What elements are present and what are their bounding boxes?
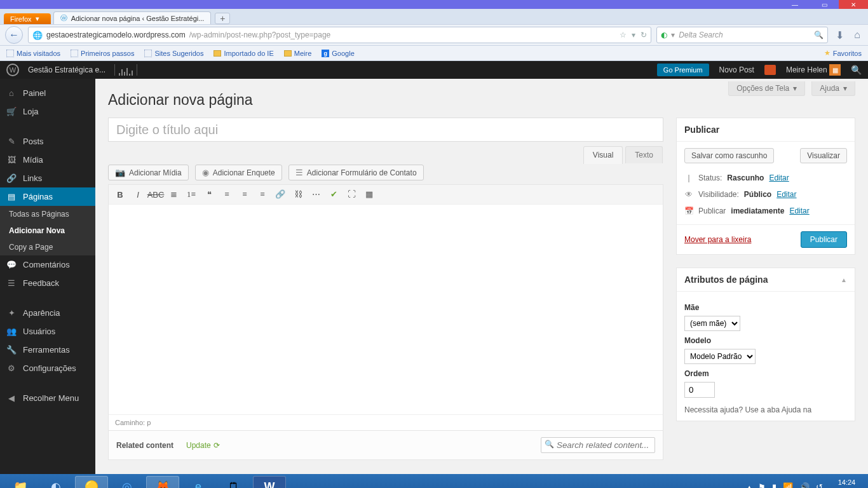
- window-maximize[interactable]: ▭: [810, 0, 839, 9]
- tray-volume-icon[interactable]: 🔊: [799, 482, 810, 489]
- notifications-icon[interactable]: [764, 65, 776, 75]
- search-icon[interactable]: 🔍: [814, 30, 824, 39]
- sidebar-sub-copy-page[interactable]: Copy a Page: [0, 239, 95, 255]
- help-tab[interactable]: Ajuda▾: [811, 81, 855, 96]
- adminbar-stats-icon[interactable]: [114, 64, 137, 76]
- page-attributes-heading[interactable]: Atributos de página▲: [677, 268, 855, 292]
- spellcheck-button[interactable]: ✔: [326, 187, 341, 201]
- reload-icon[interactable]: ↻: [641, 30, 647, 39]
- metabox-toggle-icon[interactable]: ▲: [841, 276, 847, 283]
- link-button[interactable]: 🔗: [273, 187, 288, 201]
- adminbar-search-icon[interactable]: 🔍: [851, 65, 862, 75]
- taskbar-word[interactable]: W: [253, 476, 286, 488]
- sidebar-item-aparencia[interactable]: ✦Aparência: [0, 304, 95, 322]
- sidebar-item-posts[interactable]: ✎Posts: [0, 132, 95, 151]
- more-button[interactable]: ⋯: [308, 187, 323, 201]
- sidebar-sub-add-new[interactable]: Adicionar Nova: [0, 222, 95, 239]
- taskbar-ie[interactable]: e: [182, 476, 215, 488]
- align-left-button[interactable]: ≡: [219, 187, 234, 201]
- kitchen-sink-button[interactable]: ▦: [362, 187, 377, 201]
- tray-up-icon[interactable]: ▴: [747, 482, 752, 489]
- edit-schedule-link[interactable]: Editar: [789, 207, 809, 215]
- dropdown-history-icon[interactable]: ▾: [632, 30, 635, 39]
- adminbar-user[interactable]: Meire Helen ▦: [786, 64, 841, 76]
- taskbar-app-blue[interactable]: ◎: [111, 476, 144, 488]
- tray-flag-icon[interactable]: ⚑: [758, 482, 766, 489]
- sidebar-collapse[interactable]: ◀Recolher Menu: [0, 389, 95, 407]
- editor-tab-visual[interactable]: Visual: [583, 146, 623, 164]
- editor-textarea[interactable]: [109, 205, 663, 414]
- firefox-menu-button[interactable]: Firefox▾: [4, 13, 51, 24]
- taskbar-explorer[interactable]: 📁: [4, 476, 37, 488]
- sidebar-item-comentarios[interactable]: 💬Comentários: [0, 255, 95, 274]
- new-tab-button[interactable]: +: [215, 13, 230, 24]
- sidebar-item-feedback[interactable]: ☰Feedback: [0, 274, 95, 292]
- sidebar-item-config[interactable]: ⚙Configurações: [0, 359, 95, 377]
- preview-button[interactable]: Visualizar: [800, 148, 847, 163]
- url-bar[interactable]: 🌐 gestaoestrategicamodelo.wordpress.com/…: [28, 27, 651, 43]
- sidebar-item-midia[interactable]: 🖼Mídia: [0, 151, 95, 169]
- tray-network-icon[interactable]: 📶: [783, 482, 793, 489]
- sidebar-sub-all-pages[interactable]: Todas as Páginas: [0, 206, 95, 222]
- bookmark-meire[interactable]: Meire: [284, 50, 312, 57]
- add-media-button[interactable]: 📷Adicionar Mídia: [108, 165, 189, 180]
- feed-icon[interactable]: ☆: [620, 30, 627, 39]
- taskbar-chrome[interactable]: 🟡: [75, 476, 108, 488]
- go-premium-button[interactable]: Go Premium: [657, 64, 709, 76]
- template-select[interactable]: Modelo Padrão: [684, 349, 756, 364]
- taskbar-sticky[interactable]: 🗒: [217, 476, 250, 488]
- add-contact-form-button[interactable]: ☰Adicionar Formulário de Contato: [288, 165, 424, 180]
- align-center-button[interactable]: ≡: [237, 187, 252, 201]
- italic-button[interactable]: I: [130, 187, 146, 201]
- bookmark-suggested[interactable]: Sites Sugeridos: [144, 50, 203, 57]
- back-button[interactable]: ←: [5, 26, 23, 44]
- sidebar-item-links[interactable]: 🔗Links: [0, 169, 95, 187]
- fullscreen-button[interactable]: ⛶: [344, 187, 359, 201]
- search-bar[interactable]: ◐ ▾ Delta Search 🔍: [656, 27, 828, 43]
- edit-visibility-link[interactable]: Editar: [776, 190, 796, 199]
- order-input[interactable]: [684, 382, 715, 398]
- parent-select[interactable]: (sem mãe): [684, 316, 740, 331]
- window-minimize[interactable]: —: [780, 0, 810, 9]
- tray-sync-icon[interactable]: ↺: [816, 482, 823, 489]
- browser-tab[interactable]: ⓦ Adicionar nova página ‹ Gestão Estraté…: [53, 11, 212, 24]
- post-title-input[interactable]: [108, 118, 663, 142]
- bookmark-favorites[interactable]: ★Favoritos: [824, 49, 862, 57]
- bookmark-most-visited[interactable]: Mais visitados: [6, 50, 60, 57]
- sidebar-item-usuarios[interactable]: 👥Usuários: [0, 322, 95, 341]
- search-dropdown-icon[interactable]: ▾: [671, 30, 675, 39]
- save-draft-button[interactable]: Salvar como rascunho: [684, 148, 774, 163]
- adminbar-site-name[interactable]: Gestão Estratégica e...: [28, 65, 105, 74]
- sidebar-item-paginas[interactable]: ▤Páginas: [0, 187, 95, 206]
- bookmark-imported[interactable]: Importado do IE: [214, 50, 273, 57]
- tray-battery-icon[interactable]: ▮: [772, 482, 776, 489]
- taskbar-app[interactable]: ◐: [39, 476, 72, 488]
- related-update-button[interactable]: Update⟳: [186, 441, 220, 450]
- editor-tab-text[interactable]: Texto: [625, 146, 663, 163]
- publish-heading[interactable]: Publicar: [677, 118, 855, 142]
- move-to-trash-link[interactable]: Mover para a lixeira: [684, 235, 751, 244]
- wordpress-logo-icon[interactable]: W: [6, 64, 19, 76]
- bold-button[interactable]: B: [112, 187, 128, 201]
- sidebar-item-ferramentas[interactable]: 🔧Ferramentas: [0, 341, 95, 359]
- bookmark-google[interactable]: gGoogle: [322, 50, 354, 57]
- sidebar-item-loja[interactable]: 🛒Loja: [0, 102, 95, 121]
- publish-button[interactable]: Publicar: [801, 231, 847, 248]
- bookmark-first-steps[interactable]: Primeiros passos: [71, 50, 134, 57]
- adminbar-new-post[interactable]: Novo Post: [719, 65, 754, 74]
- ul-button[interactable]: ≣: [166, 187, 181, 201]
- taskbar-firefox[interactable]: 🦊: [146, 476, 179, 488]
- screen-options-tab[interactable]: Opções de Tela▾: [728, 81, 805, 96]
- align-right-button[interactable]: ≡: [255, 187, 270, 201]
- window-close[interactable]: ✕: [839, 0, 868, 9]
- taskbar-clock[interactable]: 14:24 30/08/2013: [829, 478, 864, 488]
- related-search-input[interactable]: [541, 437, 655, 453]
- ol-button[interactable]: 1≡: [184, 187, 199, 201]
- add-poll-button[interactable]: ◉Adicionar Enquete: [195, 165, 282, 180]
- home-icon[interactable]: ⌂: [851, 29, 863, 41]
- quote-button[interactable]: ❝: [201, 187, 217, 201]
- strike-button[interactable]: ABC: [148, 187, 163, 201]
- sidebar-item-painel[interactable]: ⌂Painel: [0, 84, 95, 102]
- unlink-button[interactable]: ⛓: [290, 187, 306, 201]
- downloads-icon[interactable]: ⬇: [833, 29, 846, 41]
